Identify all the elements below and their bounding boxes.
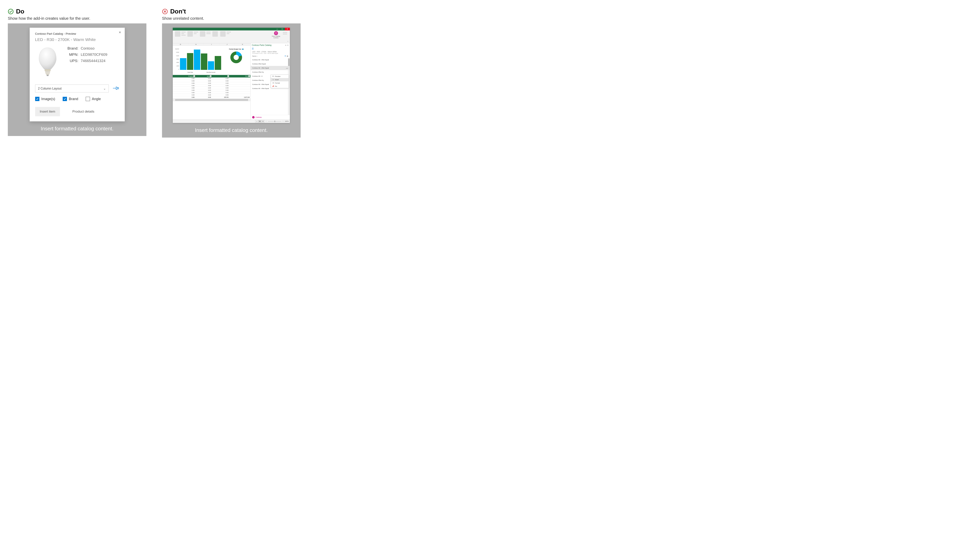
mpn-value: LED9870CF609 (81, 52, 107, 57)
filter-dropdown-icon[interactable]: ▾ (227, 75, 229, 77)
svg-rect-2 (47, 75, 48, 76)
ribbon-placeholder-icon[interactable] (220, 31, 226, 37)
filter-dropdown-icon[interactable]: ▾ (249, 75, 250, 77)
chart-bar (187, 53, 194, 70)
table-row[interactable]: 0.000.000.00 (173, 77, 250, 80)
list-item[interactable]: Contoso 60 - 65w Equal (251, 58, 290, 62)
result-list: Contoso 60 - 65w EqualContoso 85w EqualC… (251, 58, 290, 115)
context-menu-item[interactable]: 📌Pin (271, 85, 289, 88)
context-menu-item[interactable]: ⚙Format (271, 82, 289, 85)
context-menu-item[interactable]: 👁Preview (271, 75, 289, 78)
checkbox-unchecked-icon (86, 97, 90, 101)
dont-caption: Insert formatted catalog content. (195, 127, 268, 133)
check-images[interactable]: Image(s) (35, 97, 55, 101)
avatar: C (252, 116, 255, 118)
zoom-slider[interactable] (268, 121, 282, 122)
chart-bar (194, 50, 200, 70)
donut-chart[interactable]: Family Budget Use (223, 48, 249, 74)
bulb-icon (274, 31, 278, 35)
horizontal-scrollbar[interactable] (173, 98, 250, 101)
bar-chart[interactable]: $6,0005,0004,0003000200010000 Cash flowM… (174, 48, 221, 74)
dont-title: Don't (170, 8, 186, 15)
filter-dropdown-icon[interactable]: ▾ (194, 75, 195, 77)
cross-circle-icon (162, 8, 168, 15)
preview-dialog: Contoso Part Catalog - Preview ✕ LED - R… (30, 28, 125, 122)
table-total-row: 0.000.00225.502,872.00 (173, 96, 250, 98)
ribbon-placeholder-icon[interactable] (200, 31, 205, 37)
svg-point-0 (8, 9, 13, 14)
list-item[interactable]: Contoso 85w Eq (251, 70, 290, 74)
sort-label[interactable]: Name (252, 55, 256, 57)
pin-icon[interactable] (112, 86, 119, 91)
view-normal-icon[interactable]: ▭ (255, 120, 258, 123)
more-icon[interactable]: ••• (286, 67, 288, 69)
taskpane: Contoso Parts Catalog ▾✕ ☰ LED - R30 - 2… (250, 43, 290, 119)
list-item[interactable]: Contoso 85w Equal (251, 62, 290, 66)
do-column: Do Show how the add-in creates value for… (8, 8, 147, 138)
sort-arrow-icon[interactable]: ↓ (257, 55, 258, 57)
dont-column: Don't Show unrelated content. — ☐ ✕ (162, 8, 300, 138)
table-row[interactable]: 0.000.000.00 (173, 92, 250, 94)
product-details-button[interactable]: Product details (68, 107, 99, 116)
insert-item-button[interactable]: Insert item (35, 107, 60, 116)
window-minimize-button[interactable]: — (275, 28, 280, 30)
taskpane-dropdown-icon[interactable]: ▾ (285, 44, 286, 46)
dialog-title: Contoso Part Catalog - Preview (35, 32, 119, 35)
do-caption: Insert formatted catalog content. (41, 126, 113, 132)
menu-item-icon: 📌 (272, 85, 274, 87)
view-pagelayout-icon[interactable]: ▤ (258, 120, 261, 123)
table-row[interactable]: 0.000.000.00 (173, 80, 250, 82)
filter-dropdown-icon[interactable]: ▾ (210, 75, 212, 77)
hamburger-icon[interactable]: ☰ (251, 47, 290, 50)
menu-item-icon: ⚙ (272, 82, 274, 84)
ribbon-collapse-icon[interactable]: ⌃ (287, 41, 289, 43)
menu-item-icon: 👁 (272, 75, 274, 77)
chart-bar (180, 58, 187, 70)
list-view-icon[interactable]: ☰ (285, 55, 286, 57)
window-close-button[interactable]: ✕ (285, 28, 290, 30)
table-row[interactable]: 0.000.000.00 (173, 87, 250, 89)
dialog-subtitle: LED - R30 - 2700K - Warm White (35, 37, 119, 42)
chart-bar (208, 61, 214, 70)
menu-item-icon: ⎘ (272, 79, 274, 81)
layout-select[interactable]: 2 Column Layout ⌄ (35, 85, 109, 92)
taskpane-title: Contoso Parts Catalog (252, 44, 272, 46)
ribbon-placeholder-icon[interactable] (212, 31, 218, 37)
check-angle[interactable]: Angle (86, 97, 101, 101)
close-icon[interactable]: ✕ (118, 31, 121, 34)
table-row[interactable]: 0.000.000.00 (173, 82, 250, 85)
table-row[interactable]: 0.000.000.00 (173, 89, 250, 92)
do-card: Contoso Part Catalog - Preview ✕ LED - R… (8, 23, 147, 136)
check-brand[interactable]: Brand (63, 97, 78, 101)
ribbon: Parts Catalog Contoso ⌃ (173, 30, 290, 43)
list-item[interactable]: Contoso 60 - 65w Equal••• (251, 66, 290, 70)
ups-value: 746654441324 (81, 59, 106, 63)
excel-window: — ☐ ✕ Parts Catalog Contoso (173, 28, 290, 123)
context-menu: 👁Preview⎘Insert⚙Format📌Pin (271, 75, 289, 88)
table-row[interactable]: 0.000.000.00 (173, 85, 250, 87)
table-row[interactable]: 0.000.000.00 (173, 94, 250, 96)
window-titlebar: — ☐ ✕ (173, 28, 290, 30)
worksheet-area[interactable]: GHIJK $6,0005,0004,0003000200010000 Cash… (173, 43, 250, 119)
window-maximize-button[interactable]: ☐ (280, 28, 285, 30)
column-headers: GHIJK (173, 43, 250, 46)
dont-subtitle: Show unrelated content. (162, 16, 300, 21)
parts-catalog-ribbon-button[interactable]: Parts Catalog Contoso (272, 31, 280, 38)
view-pagebreak-icon[interactable]: ▥ (261, 120, 265, 123)
brand-label: Brand: (66, 46, 78, 50)
status-bar: ▭ ▤ ▥ − + 100% (173, 119, 290, 123)
ribbon-placeholder-icon[interactable] (187, 31, 193, 37)
chart-y-axis: $6,0005,0004,0003000200010000 (174, 48, 179, 70)
context-menu-item[interactable]: ⎘Insert (271, 78, 289, 82)
layout-select-value: 2 Column Layout (38, 87, 62, 90)
zoom-level[interactable]: 100% (285, 120, 289, 122)
brand-value: Contoso (81, 46, 95, 50)
ribbon-placeholder-icon[interactable] (175, 31, 180, 37)
zoom-in-button[interactable]: + (283, 120, 284, 122)
taskpane-close-icon[interactable]: ✕ (287, 44, 289, 46)
zoom-out-button[interactable]: − (266, 120, 267, 122)
checkbox-checked-icon (35, 97, 39, 101)
do-title: Do (16, 8, 24, 15)
grid-view-icon[interactable]: ▦ (287, 55, 288, 57)
data-table[interactable]: Projected▾ Actual▾ ▾ TOTAL▾ 0.000.000.00… (173, 75, 250, 98)
